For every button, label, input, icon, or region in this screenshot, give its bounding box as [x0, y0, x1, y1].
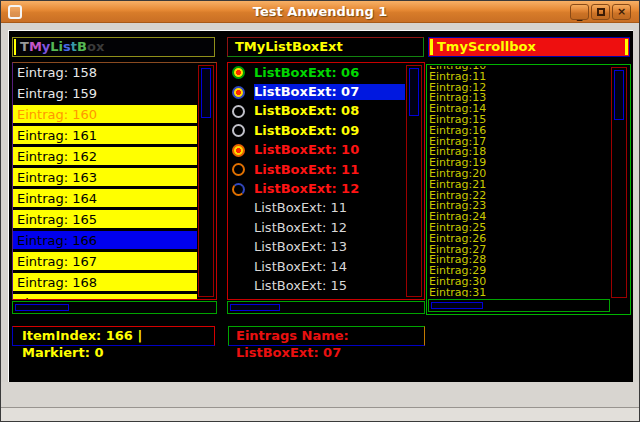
radio-off-icon [232, 124, 245, 137]
titlebar[interactable]: Test Anwendung 1 _ × [1, 1, 639, 23]
edit-letter: T [20, 39, 29, 54]
scrollbar-thumb[interactable] [201, 68, 211, 118]
list-item[interactable]: ListBoxExt: 09 [228, 121, 405, 140]
horizontal-scrollbar[interactable] [227, 301, 425, 314]
list-item-band: Eintrag: 161 [13, 126, 197, 144]
list-item-label: ListBoxExt: 11 [254, 200, 405, 216]
list-item[interactable]: Eintrag: 164 [13, 189, 197, 210]
edit-letter: s [63, 39, 71, 54]
maximize-button[interactable] [591, 4, 610, 20]
list-item-label: ListBoxExt: 08 [254, 103, 405, 119]
caret-bar-right [625, 39, 628, 55]
list-item-label: ListBoxExt: 09 [254, 123, 405, 139]
radio-off-icon [232, 163, 245, 176]
horizontal-scrollbar[interactable] [428, 299, 610, 312]
listbox-rows: Eintrag: 158Eintrag: 159Eintrag: 160Eint… [13, 63, 216, 300]
list-item-band: Eintrag: 167 [13, 252, 197, 270]
radio-off-icon [232, 105, 245, 118]
list-item-band: Eintrag: 162 [13, 147, 197, 165]
list-item[interactable]: Eintrag: 169 [13, 294, 197, 300]
list-item-label: ListBoxExt: 15 [254, 278, 405, 294]
window-icon[interactable] [8, 5, 22, 19]
list-item-label: ListBoxExt: 13 [254, 239, 405, 255]
vertical-scrollbar[interactable] [198, 65, 214, 297]
list-item[interactable]: Eintrag: 161 [13, 126, 197, 147]
radio-off-icon [232, 183, 245, 196]
list-item[interactable]: Eintrag: 160 [13, 105, 197, 126]
minimize-button[interactable]: _ [570, 4, 589, 20]
list-item[interactable]: Eintrag: 165 [13, 210, 197, 231]
list-item-label: ListBoxExt: 12 [254, 220, 405, 236]
list-item[interactable]: ListBoxExt: 08 [228, 102, 405, 121]
vertical-scrollbar[interactable] [406, 65, 422, 297]
list-item-label: ListBoxExt: 11 [254, 162, 405, 178]
radio-on-icon [232, 144, 245, 157]
edit-letter: x [96, 39, 104, 54]
list-item-label: ListBoxExt: 14 [254, 259, 405, 275]
vertical-scrollbar[interactable] [611, 67, 627, 298]
caret-bar-left [430, 39, 433, 55]
scrollbar-thumb[interactable] [409, 68, 419, 116]
close-icon: × [617, 5, 626, 18]
radio-on-icon [232, 66, 245, 79]
scrollbar-thumb[interactable] [15, 304, 69, 311]
list-item[interactable]: Eintrag: 168 [13, 273, 197, 294]
list-item[interactable]: ListBoxExt: 15 [228, 276, 405, 295]
list-item[interactable]: ListBoxExt: 14 [228, 257, 405, 276]
list-item[interactable]: Eintrag: 163 [13, 168, 197, 189]
list-item-band: Eintrag: 160 [13, 105, 197, 123]
list-item[interactable]: ListBoxExt: 13 [228, 238, 405, 257]
list-item-label: ListBoxExt: 10 [254, 142, 405, 158]
list-item[interactable]: ListBoxExt: 07 [228, 82, 405, 101]
list-item[interactable]: ListBoxExt: 11 [228, 199, 405, 218]
list-item[interactable]: ListBoxExt: 10 [228, 141, 405, 160]
scrollbox-header-label: TmyScrollbox [437, 39, 536, 54]
radio-on-icon [232, 86, 245, 99]
list-item-band: Eintrag: 165 [13, 210, 197, 228]
edit-letter: M [29, 39, 42, 54]
my-listboxext: ListBoxExt: 06ListBoxExt: 07ListBoxExt: … [227, 62, 425, 300]
scrollbar-thumb[interactable] [230, 304, 280, 311]
list-item-band: Eintrag: 169 [13, 294, 197, 300]
list-item-label: ListBoxExt: 07 [254, 84, 405, 100]
list-item[interactable]: ListBoxExt: 12 [228, 218, 405, 237]
maximize-icon [597, 8, 605, 16]
text-caret [14, 39, 16, 55]
window-title: Test Anwendung 1 [1, 1, 639, 22]
list-item-band: Eintrag: 163 [13, 168, 197, 186]
edit-letter: o [87, 39, 96, 54]
list-item[interactable]: Eintrag:31 [429, 288, 610, 297]
listbox-name-edit[interactable]: TMyListBox [12, 37, 215, 57]
listbox-rows: ListBoxExt: 06ListBoxExt: 07ListBoxExt: … [228, 63, 424, 296]
my-listbox: Eintrag: 158Eintrag: 159Eintrag: 160Eint… [12, 62, 217, 300]
list-item-label: ListBoxExt: 12 [254, 181, 405, 197]
itemindex-status-label: ItemIndex: 166 | Markiert: 0 [12, 326, 215, 346]
list-item-band: Eintrag: 159 [13, 84, 197, 102]
scrollbox-header: TmyScrollbox [428, 37, 630, 57]
list-item-band: Eintrag: 164 [13, 189, 197, 207]
minimize-icon: _ [577, 8, 583, 21]
horizontal-scrollbar[interactable] [12, 301, 217, 314]
list-item[interactable]: Eintrag: 162 [13, 147, 197, 168]
list-item[interactable]: ListBoxExt: 12 [228, 179, 405, 198]
my-scrollbox: Eintrag:10Eintrag:11Eintrag:12Eintrag:13… [426, 64, 631, 315]
scrollbar-thumb[interactable] [431, 302, 483, 309]
scrollbox-viewport: Eintrag:10Eintrag:11Eintrag:12Eintrag:13… [429, 66, 610, 297]
window-frame-bottom [1, 408, 639, 421]
list-item-band: Eintrag: 168 [13, 273, 197, 291]
edit-letter: B [77, 39, 87, 54]
scrollbox-rows: Eintrag:10Eintrag:11Eintrag:12Eintrag:13… [429, 66, 610, 297]
close-button[interactable]: × [612, 4, 631, 20]
list-item[interactable]: ListBoxExt: 11 [228, 160, 405, 179]
list-item-band: Eintrag: 158 [13, 63, 197, 81]
edit-letter: L [50, 39, 58, 54]
edit-text: TMyListBox [20, 39, 104, 55]
list-item-label: ListBoxExt: 06 [254, 65, 405, 81]
list-item[interactable]: Eintrag: 159 [13, 84, 197, 105]
scrollbar-thumb[interactable] [614, 70, 624, 120]
list-item[interactable]: Eintrag: 167 [13, 252, 197, 273]
list-item[interactable]: Eintrag: 166 [13, 231, 197, 252]
listboxext-header: TMyListBoxExt [227, 37, 424, 57]
list-item[interactable]: ListBoxExt: 06 [228, 63, 405, 82]
list-item[interactable]: Eintrag: 158 [13, 63, 197, 84]
